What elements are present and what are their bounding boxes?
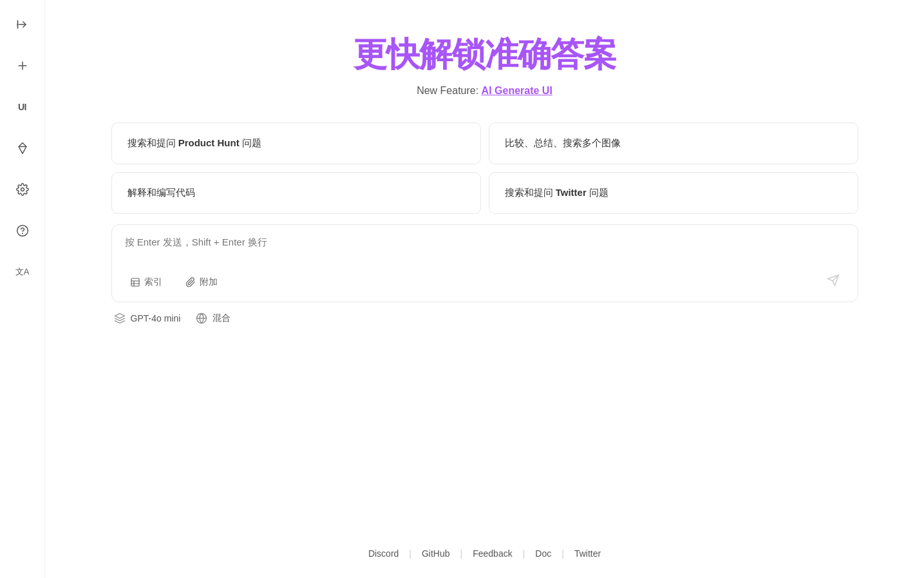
send-icon (827, 274, 840, 287)
page-header: 更快解锁准确答案 New Feature: AI Generate UI (354, 32, 616, 97)
search-mode-selector[interactable]: 混合 (196, 313, 231, 324)
discord-link[interactable]: Discord (358, 548, 409, 559)
subtitle-link[interactable]: AI Generate UI (482, 85, 552, 96)
collapse-icon[interactable] (11, 13, 34, 36)
github-link[interactable]: GitHub (411, 548, 460, 559)
input-actions: 索引 附加 (125, 274, 223, 291)
card-product-hunt[interactable]: 搜索和提问 Product Hunt 问题 (111, 122, 481, 164)
input-toolbar: 索引 附加 (125, 271, 845, 293)
input-area: 索引 附加 (111, 224, 858, 302)
index-button[interactable]: 索引 (125, 274, 167, 291)
cards-row-1: 搜索和提问 Product Hunt 问题 比较、总结、搜索多个图像 (111, 122, 858, 164)
index-icon (130, 277, 140, 287)
svg-rect-10 (131, 278, 139, 286)
subtitle-prefix: New Feature: (417, 85, 481, 96)
subtitle: New Feature: AI Generate UI (354, 85, 616, 97)
main-content: 更快解锁准确答案 New Feature: AI Generate UI 搜索和… (45, 0, 924, 578)
model-icon (114, 313, 126, 324)
ui-icon[interactable]: UI (11, 95, 34, 119)
model-name: GPT-4o mini (131, 313, 181, 323)
page-title: 更快解锁准确答案 (354, 32, 616, 77)
svg-rect-2 (17, 20, 18, 28)
attach-icon (185, 277, 196, 287)
search-mode-label: 混合 (212, 313, 231, 324)
send-button[interactable] (822, 271, 845, 293)
svg-point-7 (21, 188, 24, 191)
suggestion-cards: 搜索和提问 Product Hunt 问题 比较、总结、搜索多个图像 解释和编写… (111, 122, 858, 214)
globe-icon (196, 313, 207, 324)
translate-icon[interactable]: 文A (11, 260, 34, 284)
feedback-link[interactable]: Feedback (462, 548, 522, 559)
translate-label: 文A (15, 266, 30, 278)
settings-icon[interactable] (11, 178, 34, 201)
model-row: GPT-4o mini 混合 (111, 313, 858, 324)
card-code[interactable]: 解释和编写代码 (111, 172, 481, 214)
svg-point-8 (17, 226, 28, 236)
add-icon[interactable] (11, 54, 34, 77)
chat-input[interactable] (125, 236, 845, 262)
ui-label: UI (18, 102, 26, 112)
twitter-link[interactable]: Twitter (564, 548, 611, 559)
card-images[interactable]: 比较、总结、搜索多个图像 (489, 122, 858, 164)
doc-link[interactable]: Doc (525, 548, 561, 559)
footer: Discord | GitHub | Feedback | Doc | Twit… (45, 548, 924, 559)
diamond-icon[interactable] (11, 137, 34, 160)
model-selector[interactable]: GPT-4o mini (114, 313, 181, 324)
card-images-text: 比较、总结、搜索多个图像 (505, 137, 621, 148)
index-label: 索引 (144, 276, 162, 288)
sidebar: UI 文A (0, 0, 45, 578)
card-code-text: 解释和编写代码 (127, 187, 195, 198)
svg-marker-5 (19, 143, 26, 154)
help-icon[interactable] (11, 219, 34, 242)
attach-button[interactable]: 附加 (180, 274, 223, 291)
cards-row-2: 解释和编写代码 搜索和提问 Twitter 问题 (111, 172, 858, 214)
attach-label: 附加 (200, 276, 218, 288)
card-twitter[interactable]: 搜索和提问 Twitter 问题 (489, 172, 858, 214)
